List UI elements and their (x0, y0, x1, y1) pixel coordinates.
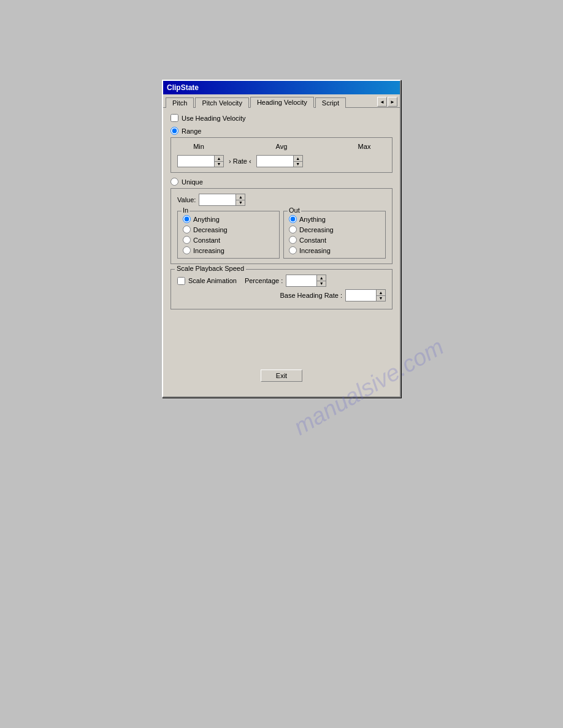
percentage-label: Percentage : (245, 277, 283, 284)
in-increasing-row: Increasing (183, 246, 274, 254)
in-decreasing-row: Decreasing (183, 226, 274, 233)
out-anything-label: Anything (299, 216, 326, 223)
range-input-row: -180.0 ▲ ▼ › Rate ‹ 180.0 ▲ ▼ (177, 155, 386, 167)
scale-animation-checkbox[interactable] (177, 277, 185, 285)
in-out-row: In Anything Decreasing Constant (177, 211, 386, 259)
percentage-down-btn[interactable]: ▼ (317, 281, 326, 287)
min-down-btn[interactable]: ▼ (215, 162, 223, 167)
scale-animation-label: Scale Animation (188, 277, 237, 284)
max-input[interactable]: 180.0 (256, 155, 293, 167)
in-increasing-radio[interactable] (183, 246, 191, 254)
percentage-spinner-btns: ▲ ▼ (316, 275, 326, 287)
out-constant-radio[interactable] (289, 236, 297, 244)
out-increasing-radio[interactable] (289, 246, 297, 254)
max-spinner: 180.0 ▲ ▼ (256, 155, 303, 167)
min-input[interactable]: -180.0 (177, 155, 214, 167)
in-anything-radio[interactable] (183, 215, 191, 223)
in-box-label: In (182, 207, 190, 214)
min-spinner-btns: ▲ ▼ (214, 155, 224, 167)
max-header: Max (343, 143, 386, 150)
in-constant-label: Constant (193, 237, 220, 244)
min-spinner: -180.0 ▲ ▼ (177, 155, 224, 167)
max-down-btn[interactable]: ▼ (294, 162, 302, 167)
unique-radio-row: Unique (170, 178, 393, 186)
range-headers: Min Avg Max (177, 143, 386, 150)
out-anything-row: Anything (289, 215, 380, 223)
in-box: In Anything Decreasing Constant (177, 211, 280, 259)
scale-animation-row: Scale Animation Percentage : 100.0 ▲ ▼ (177, 275, 386, 287)
value-label: Value: (177, 196, 196, 203)
tab-pitch-velocity[interactable]: Pitch Velocity (195, 97, 248, 108)
scale-playback-box: Scale Playback Speed Scale Animation Per… (170, 269, 393, 309)
in-constant-radio[interactable] (183, 236, 191, 244)
tab-nav-buttons: ◄ ► (377, 97, 397, 107)
unique-value-spinner: 0.0 ▲ ▼ (199, 194, 245, 206)
percentage-spinner: 100.0 ▲ ▼ (286, 275, 326, 287)
min-up-btn[interactable]: ▲ (215, 156, 223, 162)
out-anything-radio[interactable] (289, 215, 297, 223)
out-increasing-label: Increasing (299, 247, 331, 254)
out-box: Out Anything Decreasing Constant (283, 211, 386, 259)
unique-value-up-btn[interactable]: ▲ (236, 194, 245, 200)
out-increasing-row: Increasing (289, 246, 380, 254)
tab-bar: Pitch Pitch Velocity Heading Velocity Sc… (163, 94, 400, 108)
in-anything-label: Anything (193, 216, 220, 223)
base-heading-rate-spinner: 0.0 ▲ ▼ (345, 289, 386, 301)
use-heading-velocity-label: Use Heading Velocity (182, 115, 246, 122)
base-heading-rate-up-btn[interactable]: ▲ (377, 290, 385, 296)
unique-group-box: Value: 0.0 ▲ ▼ In (170, 188, 393, 264)
title-bar: ClipState (163, 81, 400, 94)
range-radio[interactable] (170, 127, 178, 135)
out-constant-label: Constant (299, 237, 326, 244)
in-decreasing-radio[interactable] (183, 226, 191, 233)
base-heading-rate-input[interactable]: 0.0 (345, 289, 376, 301)
out-constant-row: Constant (289, 236, 380, 244)
min-header: Min (177, 143, 220, 150)
unique-value-row: Value: 0.0 ▲ ▼ (177, 194, 386, 206)
unique-value-spinner-btns: ▲ ▼ (236, 194, 245, 206)
range-radio-row: Range (170, 127, 393, 135)
in-anything-row: Anything (183, 215, 274, 223)
unique-value-down-btn[interactable]: ▼ (236, 200, 245, 206)
use-heading-velocity-checkbox[interactable] (170, 114, 178, 122)
window-title: ClipState (167, 83, 199, 92)
range-radio-label: Range (182, 127, 201, 135)
empty-space (170, 314, 393, 363)
rate-label: › Rate ‹ (229, 157, 251, 165)
tab-prev-button[interactable]: ◄ (377, 97, 387, 107)
out-box-label: Out (288, 207, 301, 214)
base-heading-rate-label: Base Heading Rate : (280, 292, 342, 299)
max-up-btn[interactable]: ▲ (294, 156, 302, 162)
percentage-input[interactable]: 100.0 (286, 275, 316, 287)
unique-value-input[interactable]: 0.0 (199, 194, 236, 206)
out-decreasing-label: Decreasing (299, 226, 334, 233)
range-group-box: Min Avg Max -180.0 ▲ ▼ › Rate ‹ (170, 137, 393, 173)
unique-radio-label: Unique (182, 178, 203, 186)
percentage-up-btn[interactable]: ▲ (317, 275, 326, 281)
clipstate-window: ClipState Pitch Pitch Velocity Heading V… (162, 80, 401, 398)
tab-heading-velocity[interactable]: Heading Velocity (250, 97, 314, 108)
out-decreasing-radio[interactable] (289, 226, 297, 233)
avg-header: Avg (225, 143, 338, 150)
in-increasing-label: Increasing (193, 247, 224, 254)
tab-script[interactable]: Script (315, 97, 346, 108)
exit-row: Exit (170, 363, 393, 390)
out-decreasing-row: Decreasing (289, 226, 380, 233)
tab-next-button[interactable]: ► (388, 97, 397, 107)
scale-box-label: Scale Playback Speed (175, 265, 246, 272)
base-heading-rate-row: Base Heading Rate : 0.0 ▲ ▼ (177, 289, 386, 301)
base-heading-rate-spinner-btns: ▲ ▼ (376, 289, 386, 301)
in-decreasing-label: Decreasing (193, 226, 228, 233)
base-heading-rate-down-btn[interactable]: ▼ (377, 296, 385, 301)
use-heading-velocity-row: Use Heading Velocity (170, 114, 393, 122)
unique-radio[interactable] (170, 178, 178, 186)
exit-button[interactable]: Exit (261, 370, 302, 382)
max-spinner-btns: ▲ ▼ (293, 155, 303, 167)
in-constant-row: Constant (183, 236, 274, 244)
content-area: Use Heading Velocity Range Min Avg Max -… (163, 108, 400, 396)
tab-pitch[interactable]: Pitch (166, 97, 194, 108)
